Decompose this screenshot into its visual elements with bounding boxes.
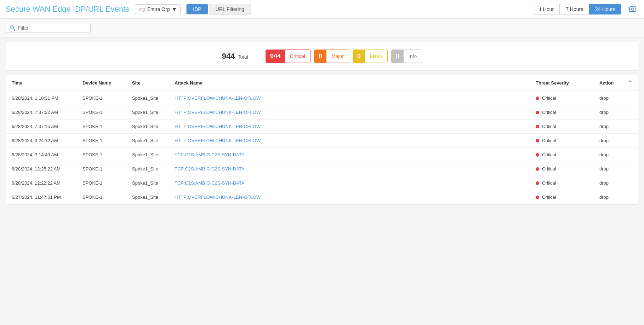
svg-point-1 xyxy=(632,8,634,11)
cell-time-0: 6/28/2024, 1:18:31 PM xyxy=(6,91,77,105)
table-row: 6/28/2024, 3:24:12 AM SPOKE-1 Spoke1_Sit… xyxy=(6,134,638,148)
col-header-device: Device Name xyxy=(77,75,126,91)
chevron-down-icon: ▼ xyxy=(172,6,177,12)
tab-1hour[interactable]: 1 Hour xyxy=(533,4,560,14)
badge-info[interactable]: 0 Info xyxy=(391,50,422,63)
table-row: 6/28/2024, 12:25:22 AM SPOKE-1 Spoke1_Si… xyxy=(6,162,638,176)
summary-panel: 944 Total 944 Critical 0 Major 0 Minor 0… xyxy=(6,42,638,71)
cell-attack-1[interactable]: HTTP:OVERFLOW:CHUNK-LEN-OFLOW xyxy=(169,105,530,120)
cell-action-5: drop xyxy=(594,162,622,176)
badge-minor[interactable]: 0 Minor xyxy=(353,50,388,63)
tab-7hours[interactable]: 7 Hours xyxy=(560,4,589,14)
cell-extra-1 xyxy=(622,105,638,120)
tab-24hours[interactable]: 24 Hours xyxy=(589,4,621,14)
data-table-wrap: Time Device Name Site Attack Name Threat… xyxy=(6,75,638,205)
severity-dot-3 xyxy=(536,139,539,143)
cell-extra-2 xyxy=(622,120,638,134)
cell-device-0: SPOKE-1 xyxy=(77,91,126,105)
org-selector[interactable]: org Entire Org ▼ xyxy=(135,4,181,14)
cell-time-5: 6/28/2024, 12:25:22 AM xyxy=(6,162,77,176)
page-title: Secure WAN Edge IDP/URL Events xyxy=(6,5,129,14)
cell-action-4: drop xyxy=(594,148,622,162)
cell-attack-2[interactable]: HTTP:OVERFLOW:CHUNK-LEN-OFLOW xyxy=(169,120,530,134)
severity-label-0: Critical xyxy=(542,95,556,101)
cell-site-3: Spoke1_Site xyxy=(126,134,169,148)
col-header-site: Site xyxy=(126,75,169,91)
badge-critical-count: 944 xyxy=(266,50,285,63)
cell-severity-2: Critical xyxy=(530,120,594,134)
cell-device-4: SPOKE-1 xyxy=(77,148,126,162)
cell-action-2: drop xyxy=(594,120,622,134)
cell-device-1: SPOKE-1 xyxy=(77,105,126,120)
cell-extra-6 xyxy=(622,176,638,190)
table-row: 6/28/2024, 12:22:22 AM SPOKE-1 Spoke1_Si… xyxy=(6,176,638,190)
org-label: org xyxy=(139,7,145,12)
badge-critical[interactable]: 944 Critical xyxy=(266,50,310,63)
screenshot-icon[interactable] xyxy=(627,4,638,15)
col-header-chevron: ⌃ xyxy=(622,75,638,91)
cell-action-6: drop xyxy=(594,176,622,190)
tab-url-filtering[interactable]: URL Filtering xyxy=(209,4,251,14)
total-label: Total xyxy=(238,54,248,60)
cell-extra-5 xyxy=(622,162,638,176)
cell-device-6: SPOKE-1 xyxy=(77,176,126,190)
cell-severity-7: Critical xyxy=(530,190,594,204)
severity-label-1: Critical xyxy=(542,110,556,115)
table-row: 6/28/2024, 3:14:49 AM SPOKE-1 Spoke1_Sit… xyxy=(6,148,638,162)
severity-label-5: Critical xyxy=(542,166,556,172)
header: Secure WAN Edge IDP/URL Events org Entir… xyxy=(0,0,644,19)
table-row: 6/28/2024, 7:37:22 AM SPOKE-1 Spoke1_Sit… xyxy=(6,105,638,120)
table-row: 6/28/2024, 7:37:15 AM SPOKE-1 Spoke1_Sit… xyxy=(6,120,638,134)
col-header-severity: Threat Severity xyxy=(530,75,594,91)
cell-attack-0[interactable]: HTTP:OVERFLOW:CHUNK-LEN-OFLOW xyxy=(169,91,530,105)
cell-attack-3[interactable]: HTTP:OVERFLOW:CHUNK-LEN-OFLOW xyxy=(169,134,530,148)
cell-time-7: 6/27/2024, 11:47:01 PM xyxy=(6,190,77,204)
cell-site-0: Spoke1_Site xyxy=(126,91,169,105)
cell-attack-4[interactable]: TCP:C2S:AMBIG:C2S-SYN-DATA xyxy=(169,148,530,162)
badge-major-count: 0 xyxy=(314,50,326,63)
cell-device-5: SPOKE-1 xyxy=(77,162,126,176)
badge-info-label: Info xyxy=(404,50,422,63)
cell-extra-4 xyxy=(622,148,638,162)
cell-attack-5[interactable]: TCP:C2S:AMBIG:C2S-SYN-DATA xyxy=(169,162,530,176)
cell-site-7: Spoke1_Site xyxy=(126,190,169,204)
cell-attack-6[interactable]: TCP:C2S:AMBIG:C2S-SYN-DATA xyxy=(169,176,530,190)
col-header-time: Time xyxy=(6,75,77,91)
severity-label-3: Critical xyxy=(542,138,556,143)
cell-time-3: 6/28/2024, 3:24:12 AM xyxy=(6,134,77,148)
filter-input-wrap: 🔍 xyxy=(6,23,91,33)
severity-dot-2 xyxy=(536,125,539,128)
svg-rect-0 xyxy=(629,7,636,12)
severity-dot-4 xyxy=(536,153,539,157)
cell-severity-0: Critical xyxy=(530,91,594,105)
mode-tabs: IDP URL Filtering xyxy=(186,4,251,14)
cell-severity-4: Critical xyxy=(530,148,594,162)
cell-severity-3: Critical xyxy=(530,134,594,148)
tab-idp[interactable]: IDP xyxy=(186,4,208,14)
severity-label-4: Critical xyxy=(542,152,556,157)
cell-action-3: drop xyxy=(594,134,622,148)
cell-severity-6: Critical xyxy=(530,176,594,190)
badge-major[interactable]: 0 Major xyxy=(314,50,349,63)
search-icon: 🔍 xyxy=(10,25,16,31)
cell-attack-7[interactable]: HTTP:OVERFLOW:CHUNK-LEN-OFLOW xyxy=(169,190,530,204)
cell-time-1: 6/28/2024, 7:37:22 AM xyxy=(6,105,77,120)
cell-device-2: SPOKE-1 xyxy=(77,120,126,134)
severity-badges: 944 Critical 0 Major 0 Minor 0 Info xyxy=(266,50,422,63)
filter-input[interactable] xyxy=(18,25,87,31)
severity-label-7: Critical xyxy=(542,195,556,200)
cell-site-2: Spoke1_Site xyxy=(126,120,169,134)
time-tabs: 1 Hour 7 Hours 24 Hours xyxy=(533,4,621,14)
col-header-attack: Attack Name xyxy=(169,75,530,91)
cell-time-4: 6/28/2024, 3:14:49 AM xyxy=(6,148,77,162)
cell-action-7: drop xyxy=(594,190,622,204)
badge-major-label: Major xyxy=(326,50,349,63)
cell-time-2: 6/28/2024, 7:37:15 AM xyxy=(6,120,77,134)
collapse-icon[interactable]: ⌃ xyxy=(628,80,632,86)
table-row: 6/28/2024, 1:18:31 PM SPOKE-1 Spoke1_Sit… xyxy=(6,91,638,105)
cell-site-5: Spoke1_Site xyxy=(126,162,169,176)
total-summary: 944 Total xyxy=(222,52,248,61)
org-name: Entire Org xyxy=(147,6,170,12)
severity-dot-1 xyxy=(536,111,539,114)
badge-minor-label: Minor xyxy=(365,50,387,63)
